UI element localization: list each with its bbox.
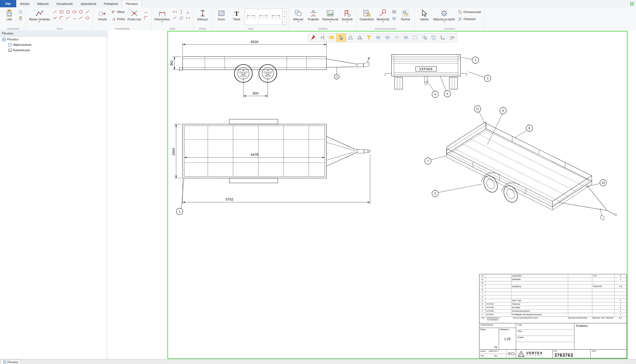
group-button[interactable]: Ryhmä: [398, 9, 412, 21]
tab-visualisointi[interactable]: Visualisointi: [52, 0, 77, 7]
arc-edit-button[interactable]: [143, 9, 149, 15]
text-button[interactable]: Teksti: [230, 9, 244, 21]
parts-row[interactable]: 5 osia 2 kpl 1: [479, 299, 627, 302]
status-tab-piirustus[interactable]: Piirustus: [1, 360, 21, 364]
select-cursor-icon[interactable]: [336, 34, 346, 41]
tab-nakyma[interactable]: Näkymä: [33, 0, 52, 7]
annotations-button[interactable]: Merkinnät ▾: [376, 9, 390, 24]
selection-button[interactable]: Valinta: [417, 9, 431, 21]
layer-waves-2-icon[interactable]: [383, 34, 392, 41]
raster-images-button[interactable]: Rasterikuvat ▾: [322, 9, 339, 24]
quick-dimension-button[interactable]: Pikamitoitus ▾: [154, 9, 171, 24]
dimension-side-height[interactable]: 362: [170, 60, 174, 66]
polyline-tool-button[interactable]: [52, 15, 58, 21]
arc-chord-tool-button[interactable]: [71, 15, 78, 21]
rectangle-tool-button[interactable]: [58, 9, 65, 15]
hatch-triangle-icon[interactable]: [355, 34, 364, 41]
tab-piirustus[interactable]: Piirustus: [122, 0, 142, 7]
circle-tool-button[interactable]: [65, 9, 71, 15]
layer-waves-4-icon[interactable]: [402, 34, 410, 41]
layer-waves-1-icon[interactable]: [374, 34, 383, 41]
trim-button[interactable]: Poista osa: [127, 9, 142, 21]
gallery-expand[interactable]: ≡: [282, 20, 286, 25]
gallery-scroll-up[interactable]: ▲: [282, 9, 286, 14]
parts-row[interactable]: 11 peitelista 1: [479, 278, 627, 281]
clipboard-icon[interactable]: [429, 34, 438, 41]
triangle-icon[interactable]: [346, 34, 355, 41]
tree-item-alipiirustukset[interactable]: Alipiirustukset: [0, 42, 107, 47]
tree-item-rasterikuvat[interactable]: Rasterikuvat: [0, 47, 107, 53]
parts-row[interactable]: 3 VX7035 Sivulaita 2: [479, 306, 627, 310]
arc2-tool-button[interactable]: [78, 15, 84, 21]
dim-angle-button[interactable]: [185, 9, 191, 15]
parts-row[interactable]: 12 osanimike 219 2: [479, 274, 627, 278]
paste-button[interactable]: Liitä: [2, 9, 16, 21]
clipboard-mini-button[interactable]: [17, 15, 24, 21]
parts-row[interactable]: 9 pohjalevy 990/2441 4,8: [479, 285, 627, 288]
hatch-button[interactable]: Kuvio: [214, 9, 228, 21]
properties-button[interactable]: Ominaisuudet: [457, 9, 482, 15]
stretch-button[interactable]: Venytä: [95, 9, 109, 21]
gallery-scroll-down[interactable]: ▼: [282, 14, 286, 19]
dim-radius-button[interactable]: [172, 15, 178, 21]
parts-row[interactable]: 4 VX7034 Takaosa 1: [479, 302, 627, 306]
parts-row[interactable]: 6: [479, 295, 627, 299]
ellipse-tool-button[interactable]: [71, 9, 78, 15]
parts-row[interactable]: 7: [479, 292, 627, 295]
dim-horizontal-button[interactable]: [172, 9, 178, 15]
annotation-text-icon[interactable]: [318, 34, 327, 41]
marquee-icon[interactable]: [411, 34, 419, 41]
dimension-side-length[interactable]: 4530: [251, 40, 259, 44]
share-icon[interactable]: [448, 34, 456, 41]
dimension-width[interactable]: 1664: [171, 148, 176, 156]
dimension-inner-length[interactable]: 4476: [251, 153, 259, 157]
mirror-button[interactable]: Peilaa: [110, 16, 126, 22]
measure-note-icon[interactable]: [327, 34, 336, 41]
style-preview-2[interactable]: [257, 9, 270, 25]
tab-pistepilvet[interactable]: Pistepilvet: [100, 0, 122, 7]
status-tab-label: Piirustus: [7, 360, 18, 364]
smart-polyline-button[interactable]: Älykäs viivaketju ▾: [28, 9, 51, 24]
dim-vertical-button[interactable]: [178, 9, 185, 15]
pin-icon[interactable]: [309, 34, 317, 41]
line-tool-button[interactable]: [52, 9, 58, 15]
ellipse2-tool-button[interactable]: [84, 15, 91, 21]
symbols-button[interactable]: Symbolit ▾: [340, 9, 354, 24]
copy-button[interactable]: [17, 9, 24, 15]
layers-tool-button[interactable]: [391, 15, 397, 21]
parts-row[interactable]: 1 VX7091 Peräläpän kiinnityskokoonpano 1: [479, 313, 627, 317]
zoom-window-icon[interactable]: [420, 34, 429, 41]
parts-row[interactable]: 10: [479, 281, 627, 285]
fillet-tool-button[interactable]: [58, 15, 65, 21]
distance-constraint-button[interactable]: Etäisyys: [196, 9, 210, 21]
defaults-button[interactable]: Oletukset: [457, 16, 482, 22]
layer-waves-3-icon[interactable]: [392, 34, 401, 41]
addon-icon[interactable]: [630, 2, 634, 6]
filter-icon[interactable]: [365, 34, 373, 41]
line2-tool-button[interactable]: [84, 9, 91, 15]
tab-jarjestelma[interactable]: Järjestelmä: [77, 0, 100, 7]
arc-tool-button[interactable]: [65, 15, 71, 21]
tree-item-piirustus[interactable]: Piirustus: [0, 37, 107, 42]
parts-row[interactable]: 2 VX7036 Runkokokoonpano 2: [479, 310, 627, 313]
text-icon: [233, 9, 241, 17]
tab-arkisto[interactable]: Arkisto: [16, 0, 33, 7]
tab-file[interactable]: File: [0, 0, 16, 7]
dimension-total-length[interactable]: 5752: [226, 197, 234, 201]
circle2-tool-button[interactable]: [78, 9, 84, 15]
offset-button[interactable]: Offset: [110, 9, 126, 15]
part-list-button[interactable]: Osaluettelo: [359, 9, 375, 21]
table-tool-button[interactable]: [391, 9, 397, 15]
parts-row[interactable]: 8: [479, 288, 627, 292]
drawing-canvas[interactable]: 4530 362 800 VX: [107, 30, 636, 359]
projection-button[interactable]: Projektio: [306, 9, 320, 21]
corner-edit-button[interactable]: [143, 15, 149, 21]
axes-icon[interactable]: [438, 34, 447, 41]
dimension-axle-spacing[interactable]: 800: [253, 91, 259, 95]
dim-diameter-button[interactable]: [178, 15, 185, 21]
dim-chain-button[interactable]: [185, 15, 191, 21]
subdrawings-button[interactable]: Alikuvat ▾: [291, 9, 305, 24]
style-preview-1[interactable]: [245, 9, 257, 25]
style-preview-3[interactable]: [270, 9, 282, 25]
view-and-use-button[interactable]: Näkymä ja käyttö ▾: [432, 9, 456, 24]
